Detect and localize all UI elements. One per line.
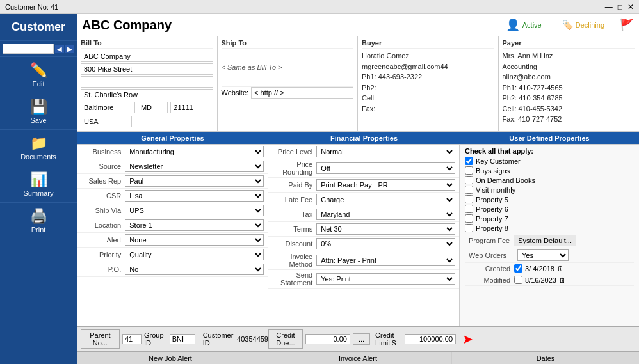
buyer-col: Buyer Horatio Gomez mgreeneabc@gmail.com… [358, 36, 499, 131]
fin-invoicemethod-select[interactable]: Attn: Payer - Print [316, 255, 455, 266]
cb-prop5-input[interactable] [465, 195, 473, 203]
bill-to-company[interactable] [81, 51, 213, 62]
credit-due-value[interactable] [305, 334, 350, 344]
bottom-right: ➤ [456, 331, 635, 347]
payer-col: Payer Mrs. Ann M Linz Accounting alinz@a… [499, 36, 640, 131]
prop-location-select[interactable]: Store 1 [125, 219, 264, 231]
bill-to-state[interactable] [138, 102, 168, 113]
created-label: Created [469, 265, 510, 273]
prop-priority-select[interactable]: Quality [125, 249, 264, 260]
footer-invoice-alert-label: Invoice Alert [339, 354, 377, 362]
payer-email: alinz@abc.com [503, 72, 636, 83]
fin-paidby: Paid By Print Reach Pay - PR [268, 178, 459, 193]
fin-tax-select[interactable]: Maryland [316, 209, 455, 220]
fin-latefee-select[interactable]: Charge [316, 194, 455, 205]
general-props-col: Business Manufacturing Source Newsletter… [77, 145, 268, 326]
bottom-bar: Parent No... Group ID Customer ID 403544… [77, 326, 639, 351]
ship-to-col: Ship To < Same as Bill To > Website: [218, 36, 359, 131]
maximize-button[interactable]: □ [618, 3, 622, 12]
customer-id-value: 40354459 [237, 335, 268, 343]
fin-sendstatement-select[interactable]: Yes: Print [316, 273, 455, 285]
modified-checkbox[interactable] [514, 276, 522, 284]
fin-discount-select[interactable]: 0% [316, 238, 455, 249]
payer-header: Payer [503, 39, 636, 49]
flag-icon: 🚩 [620, 18, 634, 32]
nav-prev-button[interactable]: ◀ [55, 45, 64, 53]
buyer-email: mgreeneabc@gmail.com44 [362, 61, 494, 72]
cb-prop8-input[interactable] [465, 224, 473, 232]
website-input[interactable] [251, 87, 353, 99]
prop-csr-label: CSR [81, 192, 125, 200]
prop-po: P.O. No [77, 262, 268, 277]
prop-shipvia-select[interactable]: UPS [125, 205, 264, 216]
declining-status-label: Declining [576, 21, 604, 29]
sidebar-item-edit[interactable]: ✏️ Edit [0, 57, 77, 93]
prop-business: Business Manufacturing [77, 145, 268, 159]
window-controls[interactable]: — □ ✕ [605, 3, 634, 12]
udp-header: User Defined Properties [460, 132, 639, 144]
prop-alert-label: Alert [81, 236, 125, 244]
fin-paidby-label: Paid By [272, 181, 316, 189]
cb-on-demand-input[interactable] [465, 176, 473, 184]
address-grid: Bill To Ship To < Same [77, 36, 639, 132]
parent-no-value[interactable] [122, 334, 142, 344]
udp-col: Check all that apply: Key Customer Buys … [460, 145, 639, 326]
cb-prop6-input[interactable] [465, 205, 473, 213]
same-as-bill-label: < Same as Bill To > [222, 63, 282, 71]
prop-csr-select[interactable]: Lisa [125, 190, 264, 202]
cb-prop5: Property 5 [465, 195, 634, 203]
bill-to-address2[interactable] [81, 76, 213, 88]
fin-pricelevel-select[interactable]: Normal [316, 146, 455, 157]
modified-calendar-icon[interactable]: 🗓 [559, 276, 566, 284]
bill-to-country[interactable] [81, 116, 132, 127]
web-orders-select[interactable]: Yes [517, 249, 569, 261]
bill-to-address3[interactable] [81, 89, 213, 100]
cb-on-demand-label: On Demand Books [476, 177, 535, 184]
cb-on-demand: On Demand Books [465, 176, 634, 184]
prop-po-select[interactable]: No [125, 264, 264, 275]
fin-terms-select[interactable]: Net 30 [316, 223, 455, 235]
created-checkbox[interactable] [514, 264, 522, 273]
sidebar-item-documents[interactable]: 📁 Documents [0, 130, 77, 166]
cb-key-customer-input[interactable] [465, 157, 473, 165]
cb-visit-monthly-label: Visit monthly [476, 186, 515, 194]
prop-business-select[interactable]: Manufacturing [125, 146, 264, 157]
nav-next-button[interactable]: ▶ [65, 45, 74, 53]
sidebar-item-save[interactable]: 💾 Save [0, 93, 77, 130]
search-input[interactable] [3, 44, 54, 54]
sidebar: Customer ◀ ▶ ✏️ Edit 💾 Save 📁 Documents … [0, 14, 77, 364]
created-calendar-icon[interactable]: 🗓 [557, 265, 564, 273]
cb-buys-signs-input[interactable] [465, 166, 473, 175]
parent-no-button[interactable]: Parent No... [81, 329, 120, 349]
cb-visit-monthly-input[interactable] [465, 186, 473, 194]
fin-pricerounding-select[interactable]: Off [316, 162, 455, 174]
credit-due-button[interactable]: Credit Due... [268, 329, 303, 349]
fin-terms-label: Terms [272, 225, 316, 233]
footer-new-job-alert[interactable]: New Job Alert [77, 352, 264, 364]
payer-ph1: Ph1: 410-727-4565 [503, 83, 636, 93]
minimize-button[interactable]: — [605, 3, 613, 12]
close-button[interactable]: ✕ [627, 3, 634, 12]
payer-company: Accounting [503, 61, 636, 72]
bill-to-address1[interactable] [81, 63, 213, 75]
prop-salesrep-select[interactable]: Paul [125, 175, 264, 187]
prop-alert-select[interactable]: None [125, 234, 264, 246]
cb-prop7-label: Property 7 [476, 215, 508, 223]
footer-dates[interactable]: Dates [452, 352, 639, 364]
program-fee-button[interactable]: System Default... [514, 235, 576, 246]
sidebar-item-summary[interactable]: 📊 Summary [0, 166, 77, 203]
credit-limit-value[interactable] [405, 334, 456, 344]
cb-prop5-label: Property 5 [476, 196, 508, 203]
group-id-value[interactable] [170, 334, 195, 344]
fin-pricerounding-label: Price Rounding [272, 161, 316, 176]
payer-fax: Fax: 410-727-4752 [503, 114, 636, 125]
footer-invoice-alert[interactable]: Invoice Alert [264, 352, 452, 364]
sidebar-item-print-label: Print [31, 226, 46, 233]
prop-source-select[interactable]: Newsletter [125, 161, 264, 172]
fin-paidby-select[interactable]: Print Reach Pay - PR [316, 179, 455, 191]
ellipsis-button[interactable]: ... [353, 333, 370, 345]
cb-prop7-input[interactable] [465, 214, 473, 223]
bill-to-zip[interactable] [170, 102, 213, 113]
sidebar-item-print[interactable]: 🖨️ Print [0, 203, 77, 239]
bill-to-city[interactable] [81, 102, 135, 113]
